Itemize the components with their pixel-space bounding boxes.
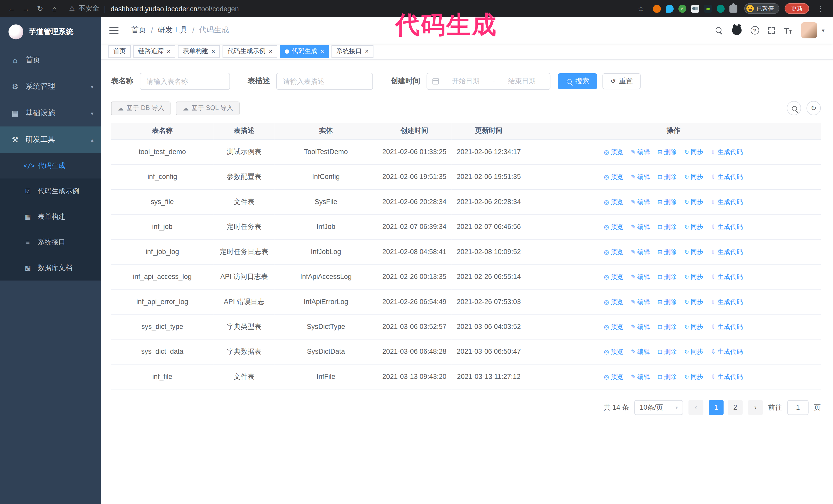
tab-item[interactable]: 系统接口 ×	[331, 45, 374, 58]
delete-link[interactable]: ⊟ 删除	[658, 346, 677, 357]
fullscreen-icon[interactable]	[768, 27, 775, 34]
delete-link[interactable]: ⊟ 删除	[658, 246, 677, 257]
breadcrumb-item[interactable]: 首页	[131, 25, 146, 35]
hamburger-icon[interactable]	[110, 27, 118, 34]
table-name-input[interactable]	[140, 73, 230, 90]
preview-link[interactable]: ◎ 预览	[604, 146, 623, 157]
delete-link[interactable]: ⊟ 删除	[658, 321, 677, 332]
users-extension-icon[interactable]	[691, 5, 699, 13]
breadcrumb-item[interactable]: 研发工具	[158, 25, 187, 35]
bookmark-star-icon[interactable]: ☆	[634, 4, 648, 13]
edit-link[interactable]: ✎ 编辑	[631, 271, 650, 282]
tab-item[interactable]: 链路追踪 ×	[133, 45, 175, 58]
preview-link[interactable]: ◎ 预览	[604, 296, 623, 307]
edit-link[interactable]: ✎ 编辑	[631, 346, 650, 357]
font-size-icon[interactable]: TT	[784, 26, 792, 35]
sidebar-subitem[interactable]: ≡ 系统接口	[0, 230, 101, 255]
generate-code-link[interactable]: ⇩ 生成代码	[711, 146, 743, 157]
sync-link[interactable]: ↻ 同步	[684, 196, 703, 207]
sync-link[interactable]: ↻ 同步	[684, 171, 703, 182]
sidebar-subitem[interactable]: </> 代码生成	[0, 153, 101, 178]
tab-item[interactable]: 表单构建 ×	[178, 45, 220, 58]
preview-link[interactable]: ◎ 预览	[604, 371, 623, 382]
sidebar-subitem[interactable]: ▦ 表单构建	[0, 204, 101, 230]
generate-code-link[interactable]: ⇩ 生成代码	[711, 296, 743, 307]
edit-link[interactable]: ✎ 编辑	[631, 221, 650, 232]
tab-close-icon[interactable]: ×	[211, 48, 215, 55]
user-avatar[interactable]	[801, 22, 817, 38]
page-size-select[interactable]: 10条/页 ▾	[634, 400, 683, 415]
delete-link[interactable]: ⊟ 删除	[658, 146, 677, 157]
search-button[interactable]: 搜索	[558, 73, 597, 89]
delete-link[interactable]: ⊟ 删除	[658, 296, 677, 307]
delete-link[interactable]: ⊟ 删除	[658, 271, 677, 282]
menu-dots-icon[interactable]: ⋮	[813, 4, 828, 13]
date-range-picker[interactable]: 开始日期 - 结束日期	[427, 73, 550, 90]
prev-page-button[interactable]: ‹	[688, 400, 703, 415]
sidebar-item[interactable]: ⚒ 研发工具 ▴	[0, 126, 101, 153]
edit-link[interactable]: ✎ 编辑	[631, 246, 650, 257]
import-sql-button[interactable]: ☁ 基于 SQL 导入	[176, 101, 239, 115]
preview-link[interactable]: ◎ 预览	[604, 346, 623, 357]
goto-page-input[interactable]	[787, 400, 809, 415]
forward-icon[interactable]: →	[19, 4, 33, 13]
reload-icon[interactable]: ↻	[33, 4, 47, 13]
sidebar-item[interactable]: ▤ 基础设施 ▾	[0, 100, 101, 127]
sync-link[interactable]: ↻ 同步	[684, 221, 703, 232]
generate-code-link[interactable]: ⇩ 生成代码	[711, 271, 743, 282]
sidebar-item[interactable]: ⚙ 系统管理 ▾	[0, 73, 101, 100]
show-search-button[interactable]	[787, 101, 801, 115]
preview-link[interactable]: ◎ 预览	[604, 171, 623, 182]
generate-code-link[interactable]: ⇩ 生成代码	[711, 221, 743, 232]
preview-link[interactable]: ◎ 预览	[604, 271, 623, 282]
drop-extension-icon[interactable]	[666, 5, 673, 13]
fox-extension-icon[interactable]	[653, 5, 661, 13]
next-page-button[interactable]: ›	[748, 400, 763, 415]
delete-link[interactable]: ⊟ 删除	[658, 221, 677, 232]
generate-code-link[interactable]: ⇩ 生成代码	[711, 321, 743, 332]
delete-link[interactable]: ⊟ 删除	[658, 171, 677, 182]
delete-link[interactable]: ⊟ 删除	[658, 371, 677, 382]
back-icon[interactable]: ←	[4, 4, 19, 13]
generate-code-link[interactable]: ⇩ 生成代码	[711, 246, 743, 257]
edit-link[interactable]: ✎ 编辑	[631, 146, 650, 157]
sidebar-item[interactable]: ⌂ 首页	[0, 47, 101, 73]
preview-link[interactable]: ◎ 预览	[604, 321, 623, 332]
chevron-down-icon[interactable]: ▾	[822, 27, 824, 33]
help-icon[interactable]: ?	[751, 26, 759, 34]
puzzle-extensions-icon[interactable]	[730, 5, 737, 13]
github-icon[interactable]	[732, 25, 741, 35]
preview-link[interactable]: ◎ 预览	[604, 196, 623, 207]
home-icon[interactable]: ⌂	[47, 4, 62, 13]
sync-link[interactable]: ↻ 同步	[684, 271, 703, 282]
sync-link[interactable]: ↻ 同步	[684, 346, 703, 357]
generate-code-link[interactable]: ⇩ 生成代码	[711, 346, 743, 357]
sync-link[interactable]: ↻ 同步	[684, 371, 703, 382]
edit-link[interactable]: ✎ 编辑	[631, 196, 650, 207]
check-extension-icon[interactable]: ✓	[679, 5, 686, 13]
refresh-button[interactable]: ↻	[806, 101, 821, 115]
sync-link[interactable]: ↻ 同步	[684, 321, 703, 332]
reset-button[interactable]: ↺ 重置	[602, 73, 641, 89]
preview-link[interactable]: ◎ 预览	[604, 246, 623, 257]
page-button[interactable]: 1	[709, 400, 723, 415]
bird-extension-icon[interactable]	[717, 5, 724, 13]
update-button[interactable]: 更新	[785, 3, 809, 14]
generate-code-link[interactable]: ⇩ 生成代码	[711, 371, 743, 382]
edit-link[interactable]: ✎ 编辑	[631, 321, 650, 332]
delete-link[interactable]: ⊟ 删除	[658, 196, 677, 207]
edit-link[interactable]: ✎ 编辑	[631, 296, 650, 307]
tab-close-icon[interactable]: ×	[269, 48, 273, 55]
generate-code-link[interactable]: ⇩ 生成代码	[711, 171, 743, 182]
profile-paused-badge[interactable]: 已暂停	[744, 3, 780, 14]
sync-link[interactable]: ↻ 同步	[684, 146, 703, 157]
tab-close-icon[interactable]: ×	[167, 48, 171, 55]
tab-item[interactable]: 首页	[109, 45, 131, 58]
address-bar[interactable]: ⚠ 不安全 | dashboard.yudao.iocoder.cn/tool/…	[69, 4, 630, 13]
generate-code-link[interactable]: ⇩ 生成代码	[711, 196, 743, 207]
search-icon[interactable]	[715, 26, 723, 34]
preview-link[interactable]: ◎ 预览	[604, 221, 623, 232]
sidebar-subitem[interactable]: ☑ 代码生成示例	[0, 178, 101, 204]
tab-item[interactable]: 代码生成 ×	[280, 45, 329, 58]
sidebar-subitem[interactable]: ▩ 数据库文档	[0, 255, 101, 281]
